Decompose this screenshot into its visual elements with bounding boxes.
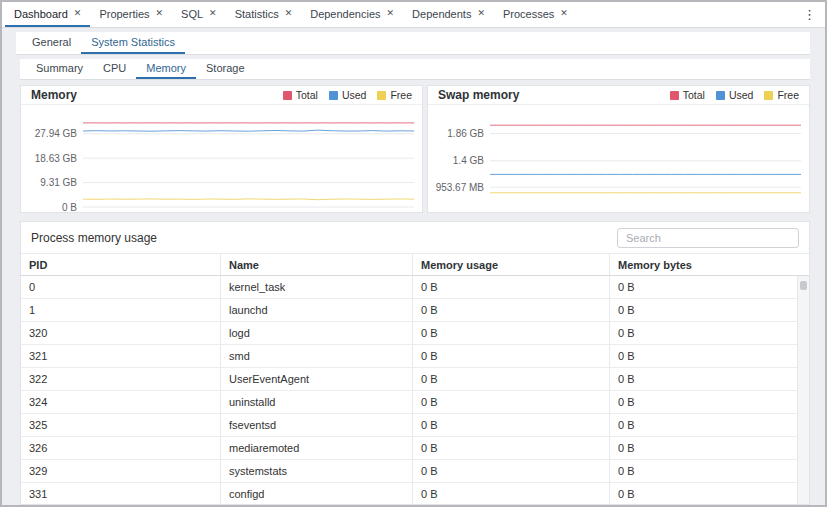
dashboard-tab-system-statistics[interactable]: System Statistics: [81, 32, 185, 54]
close-icon[interactable]: ✕: [477, 9, 485, 18]
legend-swatch-used: [716, 91, 725, 100]
stats-tab-storage[interactable]: Storage: [196, 59, 255, 79]
table-cell: 0 B: [413, 460, 610, 482]
tab-label: SQL: [181, 8, 203, 20]
svg-text:18.63 GB: 18.63 GB: [35, 153, 78, 164]
table-scrollbar[interactable]: [797, 276, 809, 504]
table-cell: 0 B: [413, 414, 610, 436]
table-cell: 0 B: [413, 299, 610, 321]
table-cell: 0 B: [610, 322, 809, 344]
memory-chart-legend: TotalUsedFree: [283, 89, 412, 101]
stats-tab-cpu[interactable]: CPU: [93, 59, 136, 79]
table-cell: 0 B: [610, 437, 809, 459]
legend-swatch-used: [329, 91, 338, 100]
table-cell: 0 B: [610, 460, 809, 482]
legend-label: Free: [390, 89, 412, 101]
legend-swatch-free: [377, 91, 386, 100]
dashboard-tab-bar: GeneralSystem Statistics: [16, 32, 810, 55]
svg-text:1.4 GB: 1.4 GB: [453, 155, 484, 166]
column-header-memory-bytes[interactable]: Memory bytes: [610, 254, 809, 275]
window-tab-dependencies[interactable]: Dependencies✕: [301, 2, 403, 27]
process-table-title-row: Process memory usage: [21, 222, 809, 253]
table-cell: fseventsd: [221, 414, 413, 436]
legend-label: Total: [296, 89, 318, 101]
legend-label: Free: [777, 89, 799, 101]
legend-swatch-total: [670, 91, 679, 100]
table-cell: configd: [221, 483, 413, 504]
table-row: 322UserEventAgent0 B0 B: [21, 368, 809, 391]
table-cell: 0 B: [610, 299, 809, 321]
stats-tab-summary[interactable]: Summary: [26, 59, 93, 79]
column-header-pid[interactable]: PID: [21, 254, 221, 275]
table-cell: launchd: [221, 299, 413, 321]
search-input[interactable]: [617, 228, 799, 248]
table-row: 329systemstats0 B0 B: [21, 460, 809, 483]
close-icon[interactable]: ✕: [74, 9, 82, 18]
tab-menu-kebab-icon[interactable]: ⋮: [794, 2, 825, 27]
tab-label: Properties: [99, 8, 149, 20]
table-cell: 0 B: [610, 483, 809, 504]
table-cell: logd: [221, 322, 413, 344]
table-cell: smd: [221, 345, 413, 367]
close-icon[interactable]: ✕: [285, 9, 293, 18]
tab-label: Dashboard: [14, 8, 68, 20]
table-cell: kernel_task: [221, 276, 413, 298]
window-tab-dependents[interactable]: Dependents✕: [403, 2, 494, 27]
close-icon[interactable]: ✕: [209, 9, 217, 18]
window-tab-sql[interactable]: SQL✕: [172, 2, 226, 27]
window-tab-properties[interactable]: Properties✕: [90, 2, 172, 27]
table-cell: 0 B: [413, 368, 610, 390]
memory-chart-title: Memory: [31, 88, 77, 102]
dashboard-tab-general[interactable]: General: [22, 32, 81, 54]
memory-chart-header: Memory TotalUsedFree: [21, 86, 422, 105]
legend-swatch-free: [764, 91, 773, 100]
window-tab-statistics[interactable]: Statistics✕: [226, 2, 302, 27]
table-cell: systemstats: [221, 460, 413, 482]
close-icon[interactable]: ✕: [387, 9, 395, 18]
legend-swatch-total: [283, 91, 292, 100]
window-tab-bar: Dashboard✕Properties✕SQL✕Statistics✕Depe…: [2, 2, 825, 28]
table-cell: 0 B: [413, 276, 610, 298]
table-cell: 0 B: [413, 437, 610, 459]
legend-label: Used: [342, 89, 367, 101]
table-cell: 0 B: [413, 391, 610, 413]
table-cell: 0 B: [610, 276, 809, 298]
legend-label: Used: [729, 89, 754, 101]
svg-text:27.94 GB: 27.94 GB: [35, 128, 78, 139]
tab-label: Processes: [503, 8, 554, 20]
table-cell: 1: [21, 299, 221, 321]
window-tab-dashboard[interactable]: Dashboard✕: [5, 2, 90, 27]
table-scrollbar-thumb[interactable]: [800, 281, 807, 290]
legend-item-free: Free: [377, 89, 412, 101]
table-cell: 329: [21, 460, 221, 482]
svg-text:0 B: 0 B: [62, 202, 77, 213]
legend-item-used: Used: [716, 89, 754, 101]
charts-row: Memory TotalUsedFree 27.94 GB18.63 GB9.3…: [20, 85, 810, 213]
svg-text:1.86 GB: 1.86 GB: [447, 128, 484, 139]
process-table-title: Process memory usage: [31, 231, 157, 245]
system-statistics-tab-bar: SummaryCPUMemoryStorage: [20, 59, 810, 80]
column-header-name[interactable]: Name: [221, 254, 413, 275]
table-cell: uninstalld: [221, 391, 413, 413]
swap-chart-canvas: 1.86 GB1.4 GB953.67 MB: [428, 105, 809, 212]
table-cell: mediaremoted: [221, 437, 413, 459]
legend-item-used: Used: [329, 89, 367, 101]
table-cell: 0 B: [413, 345, 610, 367]
stats-tab-memory[interactable]: Memory: [136, 59, 196, 79]
tab-label: Dependencies: [310, 8, 380, 20]
table-cell: 0 B: [413, 483, 610, 504]
table-cell: 326: [21, 437, 221, 459]
table-cell: 321: [21, 345, 221, 367]
legend-label: Total: [683, 89, 705, 101]
table-cell: 0: [21, 276, 221, 298]
legend-item-total: Total: [283, 89, 318, 101]
table-cell: 322: [21, 368, 221, 390]
close-icon[interactable]: ✕: [560, 9, 568, 18]
process-table-header: PIDNameMemory usageMemory bytes: [21, 253, 809, 276]
memory-chart-canvas: 27.94 GB18.63 GB9.31 GB0 B: [21, 105, 422, 212]
close-icon[interactable]: ✕: [156, 9, 164, 18]
swap-chart-title: Swap memory: [438, 88, 519, 102]
table-cell: 320: [21, 322, 221, 344]
column-header-memory-usage[interactable]: Memory usage: [413, 254, 610, 275]
window-tab-processes[interactable]: Processes✕: [494, 2, 577, 27]
